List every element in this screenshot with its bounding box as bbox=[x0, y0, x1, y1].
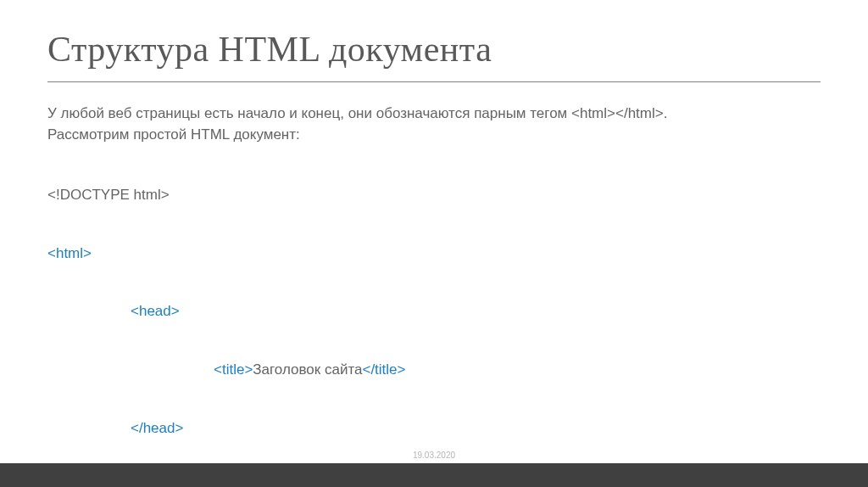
code-text: Заголовок сайта bbox=[253, 361, 362, 378]
code-tag: </title> bbox=[362, 361, 405, 378]
code-block: <!DOCTYPE html> <html> <head> <title>Заг… bbox=[47, 147, 821, 487]
slide-title: Структура HTML документа bbox=[47, 29, 821, 70]
code-tag: <html> bbox=[47, 245, 92, 261]
code-tag: </head> bbox=[131, 420, 183, 436]
code-tag: <head> bbox=[131, 303, 180, 319]
slide: Структура HTML документа У любой веб стр… bbox=[0, 0, 868, 487]
code-tag: <title> bbox=[214, 361, 253, 378]
footer-bar bbox=[0, 463, 868, 487]
intro-line-2: Рассмотрим простой HTML документ: bbox=[47, 126, 821, 145]
code-line: <!DOCTYPE html> bbox=[47, 186, 821, 205]
code-line: <title>Заголовок сайта</title> bbox=[47, 361, 821, 380]
code-text: <!DOCTYPE html> bbox=[47, 187, 170, 203]
code-line: <head> bbox=[47, 302, 821, 322]
code-line: <html> bbox=[47, 244, 821, 264]
intro-line-1: У любой веб страницы есть начало и конец… bbox=[47, 104, 821, 124]
title-divider bbox=[47, 81, 821, 82]
code-line: </head> bbox=[47, 419, 821, 439]
date-stamp: 19.03.2020 bbox=[0, 451, 868, 460]
